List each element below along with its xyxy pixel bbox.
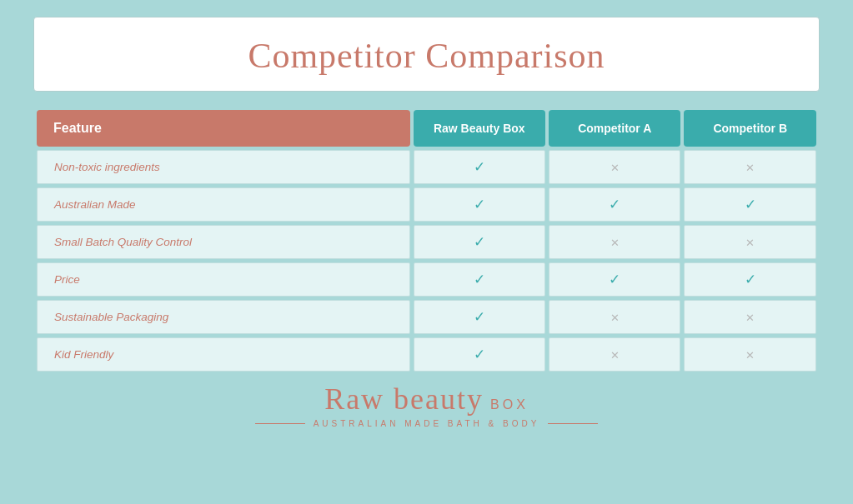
x-icon: ✕ <box>610 349 620 362</box>
logo-subtitle: AUSTRALIAN MADE BATH & BODY <box>255 419 599 428</box>
rbb-cell-4: ✓ <box>414 300 545 334</box>
rbb-cell-3: ✓ <box>414 262 545 297</box>
competitor-b-cell-5: ✕ <box>684 337 816 372</box>
table-row: Price✓✓✓ <box>37 262 816 297</box>
x-icon: ✕ <box>745 237 755 249</box>
competitor-b-column-header: Competitor B <box>684 110 816 147</box>
rbb-cell-2: ✓ <box>414 225 545 259</box>
feature-cell-1: Australian Made <box>37 187 410 222</box>
check-icon: ✓ <box>474 159 485 175</box>
competitor-a-cell-5: ✕ <box>549 337 680 372</box>
logo-text: Raw beauty BOX <box>324 382 529 417</box>
competitor-b-cell-2: ✕ <box>684 225 816 259</box>
competitor-b-cell-4: ✕ <box>684 300 816 334</box>
logo-line-right <box>548 423 598 424</box>
rbb-cell-1: ✓ <box>414 187 545 222</box>
rbb-cell-0: ✓ <box>414 150 545 184</box>
logo-raw-beauty: Raw beauty <box>324 382 484 417</box>
x-icon: ✕ <box>610 312 620 324</box>
table-header-row: Feature Raw Beauty Box Competitor A Comp… <box>37 110 816 147</box>
comparison-table-wrapper: Feature Raw Beauty Box Competitor A Comp… <box>33 107 820 375</box>
footer-logo: Raw beauty BOX AUSTRALIAN MADE BATH & BO… <box>255 382 599 428</box>
x-icon: ✕ <box>745 349 755 362</box>
feature-cell-3: Price <box>37 262 410 297</box>
rbb-column-header: Raw Beauty Box <box>414 110 545 147</box>
x-icon: ✕ <box>610 237 620 249</box>
logo-line-left <box>255 423 305 424</box>
table-row: Australian Made✓✓✓ <box>37 187 816 222</box>
table-row: Sustainable Packaging✓✕✕ <box>37 300 816 334</box>
x-icon: ✕ <box>745 162 755 174</box>
x-icon: ✕ <box>745 312 755 324</box>
check-icon: ✓ <box>474 197 485 212</box>
feature-cell-2: Small Batch Quality Control <box>37 225 410 259</box>
rbb-cell-5: ✓ <box>414 337 545 372</box>
competitor-a-cell-2: ✕ <box>549 225 680 259</box>
feature-cell-0: Non-toxic ingredients <box>37 150 410 184</box>
feature-cell-4: Sustainable Packaging <box>37 300 410 334</box>
check-icon: ✓ <box>745 197 756 212</box>
table-body: Non-toxic ingredients✓✕✕Australian Made✓… <box>37 150 816 372</box>
competitor-b-cell-0: ✕ <box>684 150 816 184</box>
check-icon: ✓ <box>474 347 485 362</box>
competitor-b-cell-3: ✓ <box>684 262 816 297</box>
table-row: Small Batch Quality Control✓✕✕ <box>37 225 816 259</box>
check-icon: ✓ <box>609 197 620 212</box>
feature-cell-5: Kid Friendly <box>37 337 410 372</box>
competitor-a-cell-4: ✕ <box>549 300 680 334</box>
check-icon: ✓ <box>474 272 485 287</box>
feature-column-header: Feature <box>37 110 410 147</box>
x-icon: ✕ <box>610 162 620 174</box>
table-row: Kid Friendly✓✕✕ <box>37 337 816 372</box>
logo-box: BOX <box>490 397 529 412</box>
check-icon: ✓ <box>474 309 485 325</box>
page-title: Competitor Comparison <box>34 36 819 76</box>
logo-subtitle-text: AUSTRALIAN MADE BATH & BODY <box>314 419 540 428</box>
competitor-b-cell-1: ✓ <box>684 187 816 222</box>
check-icon: ✓ <box>745 272 756 287</box>
check-icon: ✓ <box>474 234 485 250</box>
competitor-a-column-header: Competitor A <box>549 110 680 147</box>
comparison-table: Feature Raw Beauty Box Competitor A Comp… <box>33 107 820 375</box>
competitor-a-cell-0: ✕ <box>549 150 680 184</box>
table-row: Non-toxic ingredients✓✕✕ <box>37 150 816 184</box>
title-card: Competitor Comparison <box>33 17 820 92</box>
competitor-a-cell-3: ✓ <box>549 262 680 297</box>
check-icon: ✓ <box>609 272 620 287</box>
competitor-a-cell-1: ✓ <box>549 187 680 222</box>
